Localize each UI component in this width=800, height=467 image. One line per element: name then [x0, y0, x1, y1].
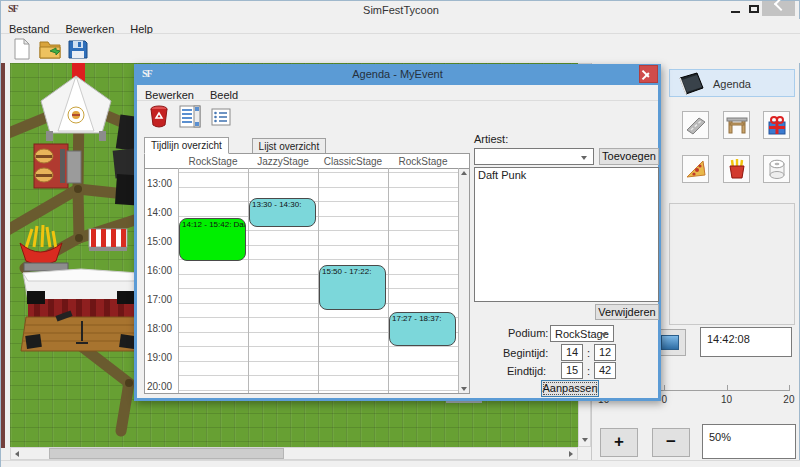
shop-pizza-button[interactable] — [682, 155, 709, 183]
grid-scrollbar[interactable] — [459, 169, 469, 393]
podium-combobox[interactable]: RockStage — [550, 325, 614, 342]
new-file-button[interactable] — [10, 37, 34, 61]
scroll-down-icon[interactable] — [461, 387, 467, 391]
agenda-button-label: Agenda — [713, 78, 751, 90]
gift-icon — [766, 114, 788, 136]
time-label: 16:00 — [147, 265, 172, 276]
scroll-down-icon[interactable] — [582, 438, 588, 442]
schedule-event[interactable]: 14:12 - 15:42: Daft Punk — [179, 218, 246, 262]
list-view-button[interactable] — [211, 108, 231, 130]
add-artist-button[interactable]: Toevoegen — [599, 148, 659, 165]
end-time-label: Eindtijd: — [507, 365, 546, 377]
striped-stand — [89, 229, 127, 251]
zoom-out-button[interactable]: − — [652, 428, 690, 457]
agenda-book-icon — [677, 72, 705, 96]
burger-stand — [34, 144, 81, 188]
remove-artist-button[interactable]: Verwijderen — [595, 304, 659, 320]
artist-combobox[interactable] — [474, 148, 594, 165]
time-label: 13:00 — [147, 178, 172, 189]
time-label: 19:00 — [147, 352, 172, 363]
end-minute-field[interactable]: 42 — [594, 362, 616, 379]
shop-gift-button[interactable] — [763, 111, 790, 139]
agenda-dialog: SF Agenda - MyEvent BewerkenBeeld Tijdli… — [134, 64, 661, 401]
shop-stage-button[interactable] — [723, 111, 750, 139]
maximize-icon[interactable] — [749, 5, 759, 13]
schedule-event[interactable]: 17:27 - 18:37: — [389, 312, 456, 346]
time-colon: : — [587, 365, 590, 377]
artist-list-item[interactable]: Daft Punk — [475, 168, 658, 182]
new-file-icon — [10, 37, 34, 61]
window-title: SimFestTycoon — [1, 4, 800, 16]
open-file-button[interactable] — [38, 37, 62, 61]
slider-tick-label: 10 — [721, 394, 732, 405]
timeline-view-button[interactable] — [179, 105, 201, 132]
scroll-left-icon[interactable] — [15, 451, 19, 457]
map-left-edge — [1, 63, 5, 448]
chevron-down-icon — [601, 333, 607, 337]
schedule-event[interactable]: 13:30 - 14:30: — [249, 198, 316, 227]
end-hour-field[interactable]: 15 — [561, 362, 583, 379]
hscroll-thumb[interactable] — [49, 448, 284, 459]
time-label: 14:00 — [147, 207, 172, 218]
zoom-level-value: 50% — [709, 431, 731, 443]
shop-fries-button[interactable] — [723, 155, 750, 183]
scroll-up-icon[interactable] — [461, 171, 467, 175]
zoom-in-button[interactable]: + — [600, 428, 638, 457]
agenda-button[interactable]: Agenda — [669, 69, 795, 97]
dialog-titlebar[interactable]: SF Agenda - MyEvent — [134, 64, 661, 85]
main-menubar: BestandBewerkenHelp — [1, 19, 800, 34]
scroll-right-icon[interactable] — [569, 451, 573, 457]
play-icon — [661, 335, 679, 350]
game-clock: 14:42:08 — [700, 327, 792, 357]
apply-button[interactable]: Aanpassen — [541, 380, 599, 397]
entrance-tent — [41, 76, 111, 141]
save-file-icon — [66, 37, 90, 61]
open-file-icon — [38, 37, 62, 61]
road-icon — [685, 114, 707, 136]
delete-event-button[interactable] — [149, 105, 169, 132]
window-titlebar: SF SimFestTycoon — [1, 1, 800, 19]
dialog-menu-bewerken[interactable]: Bewerken — [137, 88, 202, 102]
time-label: 15:00 — [147, 236, 172, 247]
schedule-event[interactable]: 15:50 - 17:22: — [319, 265, 386, 309]
timeline-view-icon — [179, 105, 201, 128]
time-label: 18:00 — [147, 323, 172, 334]
status-bar — [1, 460, 800, 467]
slider-tick-label: 20 — [783, 394, 794, 405]
artist-listbox[interactable]: Daft Punk — [474, 167, 659, 302]
time-label: 20:00 — [147, 381, 172, 392]
shop-road-button[interactable] — [682, 111, 709, 139]
trash-icon — [149, 105, 169, 128]
main-stage — [21, 269, 141, 351]
fries-stand — [20, 225, 68, 271]
save-file-button[interactable] — [66, 37, 90, 61]
column-header: RockStage — [178, 156, 248, 167]
stage-icon — [726, 114, 748, 136]
dialog-menu-beeld[interactable]: Beeld — [202, 88, 246, 102]
shop-toilet-paper-button[interactable] — [763, 155, 790, 183]
zoom-level-box: 50% — [702, 424, 796, 459]
map-horizontal-scrollbar[interactable] — [10, 447, 578, 460]
column-header: ClassicStage — [318, 156, 388, 167]
app-window: SF SimFestTycoon BestandBewerkenHelp — [0, 0, 800, 467]
time-label: 17:00 — [147, 294, 172, 305]
start-minute-field[interactable]: 12 — [594, 344, 616, 361]
main-toolbar — [1, 34, 800, 63]
pizza-icon — [685, 158, 707, 180]
column-header: JazzyStage — [248, 156, 318, 167]
minimize-icon[interactable] — [731, 11, 740, 13]
timeline-grid[interactable]: RockStageJazzyStageClassicStageRockStage… — [144, 153, 470, 394]
slider-tick-label: 0 — [662, 394, 668, 405]
tab-tijdlijn-overzicht[interactable]: Tijdlijn overzicht — [144, 137, 229, 154]
podium-label: Podium: — [508, 327, 548, 339]
dialog-title: Agenda - MyEvent — [134, 68, 661, 80]
close-button[interactable] — [762, 1, 795, 16]
start-hour-field[interactable]: 14 — [561, 344, 583, 361]
toilet-paper-icon — [766, 158, 788, 180]
dialog-close-button[interactable] — [639, 65, 658, 83]
clock-value: 14:42:08 — [707, 333, 750, 345]
fries-icon — [726, 158, 748, 180]
time-colon: : — [587, 347, 590, 359]
start-time-label: Begintijd: — [503, 347, 548, 359]
info-panel — [669, 203, 795, 325]
